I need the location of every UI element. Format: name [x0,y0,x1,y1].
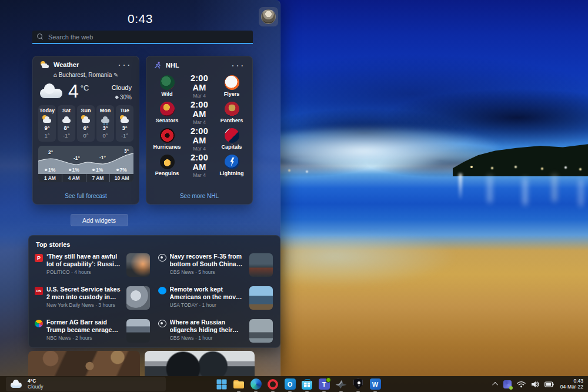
story-image-card[interactable] [145,351,255,376]
account-avatar-button[interactable] [259,7,278,26]
sun-cloud-icon [40,61,49,68]
teams-button[interactable] [318,378,330,391]
wallpaper-light-reflections [459,173,462,200]
news-story[interactable]: ‘They still have an awful lot of capabil… [35,253,150,282]
senators-logo-icon [160,102,175,116]
shield-keyhole-icon [353,378,363,390]
panthers-logo-icon [225,102,239,116]
weather-location: Bucharest, Romania [59,72,112,78]
taskbar-weather-widget[interactable]: 4°C Cloudy [6,377,166,391]
user-avatar [261,9,276,24]
add-widgets-button[interactable]: Add widgets [71,214,128,226]
hour-temp-label: -1° [99,155,106,160]
widgets-clock: 0:43 [0,12,280,26]
chevron-up-icon[interactable] [492,382,498,388]
nhl-games-list: Wild 2:00 AM Mar 4 Flyers Senators 2:00 … [146,72,252,179]
hurricanes-logo-icon [160,128,175,143]
story-thumbnail [126,253,150,277]
story-thumbnail [126,319,150,343]
word-button[interactable] [369,378,382,391]
weather-location-row[interactable]: ⌂ Bucharest, Romania ✎ [33,72,139,78]
wallpaper-wet-sand [282,235,459,288]
search-icon [37,33,44,40]
nhl-game-row[interactable]: Senators 2:00 AM Mar 4 Panthers [151,99,248,126]
folder-icon [233,380,244,388]
taskbar-condition: Cloudy [28,384,43,390]
nbc-icon [35,320,43,327]
lightning-logo-icon [225,155,239,169]
outlook-button[interactable] [283,378,296,391]
weather-current: 4 °C Cloudy 30% [33,78,139,103]
home-icon: ⌂ [54,72,57,78]
weather-widget-title: Weather [54,61,116,68]
forecast-days: Today 9° 1° Sat 8° -1° Sun 6° 0° [33,103,139,142]
see-full-forecast-link[interactable]: See full forecast [33,193,139,199]
misc-app-button[interactable] [335,378,348,391]
forecast-day[interactable]: Sat 8° -1° [58,105,75,142]
politico-icon [35,254,43,262]
hourly-times-axis: 1 AM 4 AM 7 AM 10 AM [38,174,133,182]
nhl-menu-button[interactable] [230,62,246,69]
forecast-day[interactable]: Mon 3° 0° [96,105,114,142]
story-thumbnail [249,319,273,343]
search-input[interactable] [48,33,248,41]
cloud-icon [9,380,24,388]
forecast-day[interactable]: Tue 3° -1° [116,105,133,142]
file-explorer-button[interactable] [232,378,245,391]
news-story[interactable]: Where are Russian oligarchs hiding their… [158,319,273,348]
opera-icon [268,379,278,390]
password-manager-button[interactable] [352,378,365,391]
pencil-icon[interactable]: ✎ [113,72,118,78]
forecast-day[interactable]: Sun 6° 0° [77,105,95,142]
nhl-game-row[interactable]: Wild 2:00 AM Mar 4 Flyers [151,73,248,99]
story-image-card[interactable] [28,351,140,376]
rainy-icon [99,115,111,123]
cbs-icon [158,254,166,262]
taskbar: 4°C Cloudy [0,376,588,392]
droplet-icon [68,168,72,172]
outlook-icon [285,378,296,390]
current-precipitation: 30% [120,94,132,100]
start-button[interactable] [215,378,228,391]
wild-logo-icon [160,75,175,90]
weather-widget: Weather ⌂ Bucharest, Romania ✎ 4 °C Clou… [32,56,139,205]
teams-tray-icon[interactable] [503,380,512,388]
battery-icon[interactable] [544,381,554,387]
see-more-nhl-link[interactable]: See more NHL [146,193,252,199]
forecast-day[interactable]: Today 9° 1° [38,105,56,142]
cloud-icon [39,83,65,99]
usa-today-icon [158,287,166,294]
news-story[interactable]: Former AG Barr said Trump became enrage…… [35,319,150,348]
droplet-icon [116,168,119,172]
cbs-icon [158,320,166,327]
word-icon [370,378,381,390]
hour-temp-label: -1° [74,155,80,161]
taskbar-clock[interactable]: 0:43 04-Mar-22 [560,378,583,390]
weather-menu-button[interactable] [116,61,133,68]
hourly-temperature-chart[interactable]: 2° -1° -1° 3° 1% 1% 1% 7% 1 AM 4 AM 7 AM… [38,146,133,182]
store-bag-icon [302,381,312,390]
news-story[interactable]: Navy recovers F-35 from bottom of South … [158,253,273,282]
microsoft-store-button[interactable] [300,378,313,391]
top-stories-section: Top stories ‘They still have an awful lo… [28,235,280,348]
misc-app-icon [335,380,346,388]
hour-temp-label: 2° [48,149,53,155]
droplet-icon [115,95,119,99]
nhl-widget-title: NHL [166,62,230,69]
opera-button[interactable] [266,378,279,391]
droplet-icon [92,168,95,172]
hour-temp-label: 3° [124,148,129,154]
nhl-game-row[interactable]: Penguins 2:00 AM Mar 4 Lightning [151,152,248,179]
cloudy-icon [61,115,72,123]
edge-button[interactable] [249,378,262,391]
windows-logo-icon [216,379,227,390]
taskbar-time: 0:43 [560,378,583,384]
nhl-game-row[interactable]: Hurricanes 2:00 AM Mar 4 Capitals [151,126,248,152]
top-stories-title: Top stories [29,236,280,248]
wifi-icon[interactable] [517,381,526,388]
news-story[interactable]: Remote work kept Americans on the mov… U… [158,286,273,315]
web-search-bar[interactable] [32,31,253,44]
edge-icon [250,378,262,390]
news-story[interactable]: U.S. Secret Service takes 2 men into cus… [35,286,150,315]
volume-icon[interactable] [531,381,539,388]
